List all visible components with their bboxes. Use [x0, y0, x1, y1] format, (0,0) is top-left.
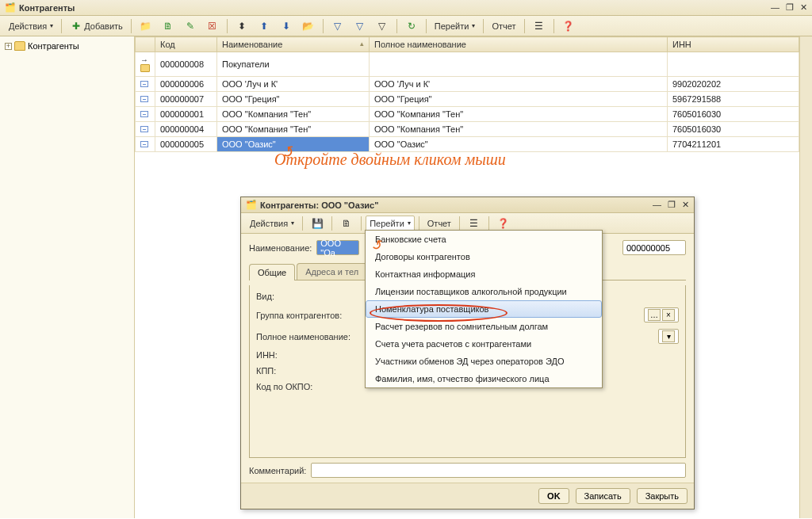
menu-item[interactable]: Договоры контрагентов — [366, 248, 602, 265]
dialog-title: Контрагенты: ООО "Оазис" — [260, 200, 653, 210]
close-button[interactable]: ✕ — [800, 2, 807, 13]
edit-button[interactable]: ✎ — [180, 18, 201, 34]
main-toolbar: Действия▾ ✚Добавить 📁 🗎 ✎ ☒ ⬍ ⬆ ⬇ 📂 ▽ ▽ … — [0, 16, 812, 36]
group-select-button[interactable]: … — [648, 309, 661, 321]
table-row[interactable]: 000000007ООО "Греция"ООО "Греция"5967291… — [136, 92, 799, 107]
menu-item[interactable]: Контактная информация — [366, 265, 602, 283]
menu-item[interactable]: Счета учета расчетов с контрагентами — [366, 335, 602, 353]
cell-inn: 9902020202 — [668, 77, 799, 92]
dialog-actions-button[interactable]: Действия▾ — [246, 216, 298, 231]
inn-label: ИНН: — [256, 350, 367, 360]
table-row[interactable]: 000000005ООО "Оазис"ООО "Оазис"770421120… — [136, 137, 799, 152]
table-row[interactable]: 000000001ООО "Компания "Тен"ООО "Компани… — [136, 107, 799, 122]
cell-name: ООО "Компания "Тен" — [217, 107, 370, 122]
cell-fullname — [370, 52, 668, 77]
cell-fullname: ООО 'Луч и К' — [370, 77, 668, 92]
cell-inn: 7704211201 — [668, 137, 799, 152]
menu-item[interactable]: Номенклатура поставщиков — [366, 300, 602, 318]
menu-item[interactable]: Фамилия, имя, отчество физического лица — [366, 370, 602, 387]
help-button[interactable]: ❓ — [558, 18, 579, 34]
cell-inn: 7605016030 — [668, 107, 799, 122]
report-button[interactable]: Отчет — [488, 18, 519, 34]
table-row[interactable]: → 000000008Покупатели — [136, 52, 799, 77]
name-field[interactable]: ООО "Оа — [316, 240, 359, 255]
cell-name: Покупатели — [217, 52, 370, 77]
minimize-button[interactable]: — — [771, 2, 779, 13]
table-row[interactable]: 000000006ООО 'Луч и К'ООО 'Луч и К'99020… — [136, 77, 799, 92]
tree-root-label: Контрагенты — [28, 41, 79, 51]
dialog-maximize-button[interactable]: ❐ — [668, 200, 676, 210]
dialog-titlebar: 🗂️ Контрагенты: ООО "Оазис" — ❐ ✕ — [241, 197, 694, 213]
kind-label: Вид: — [256, 292, 367, 301]
maximize-button[interactable]: ❐ — [786, 2, 794, 13]
goto-button[interactable]: Перейти▾ — [431, 18, 480, 34]
row-icon-cell — [136, 92, 155, 107]
row-icon-cell — [136, 77, 155, 92]
copy-button[interactable]: 🗎 — [158, 18, 178, 34]
dialog-close-button[interactable]: ✕ — [682, 200, 689, 210]
group-field[interactable]: …× — [644, 307, 679, 322]
col-fullname[interactable]: Полное наименование — [370, 37, 668, 52]
table-row[interactable]: 000000004ООО "Компания "Тен"ООО "Компани… — [136, 122, 799, 137]
menu-item[interactable]: Банковские счета — [366, 231, 602, 248]
cell-code: 000000007 — [155, 92, 217, 107]
filter2-button[interactable]: ▽ — [350, 18, 370, 34]
tab-general[interactable]: Общие — [249, 264, 295, 280]
dialog-goto-button[interactable]: Перейти▾ — [366, 216, 415, 231]
menu-item[interactable]: Участники обменов ЭД через операторов ЭД… — [366, 353, 602, 370]
tree-expand-icon[interactable]: + — [5, 43, 12, 50]
cell-inn: 5967291588 — [668, 92, 799, 107]
menu-item[interactable]: Лицензии поставщиков алкогольной продукц… — [366, 283, 602, 300]
data-grid[interactable]: Код Наименование▴ Полное наименование ИН… — [135, 36, 799, 152]
comment-field[interactable] — [311, 463, 686, 478]
level-up-button[interactable]: ⬆ — [254, 18, 274, 34]
ok-button[interactable]: OK — [538, 488, 569, 504]
fullname-label: Полное наименование: — [256, 332, 367, 342]
col-name[interactable]: Наименование▴ — [217, 37, 370, 52]
group-label: Группа контрагентов: — [256, 311, 367, 320]
save-button[interactable]: Записать — [576, 488, 630, 504]
menu-item[interactable]: Расчет резервов по сомнительным долгам — [366, 318, 602, 335]
tree-root-item[interactable]: + Контрагенты — [0, 40, 134, 52]
cell-fullname: ООО "Оазис" — [370, 137, 668, 152]
level-down-button[interactable]: ⬇ — [276, 18, 297, 34]
tree-panel: + Контрагенты — [0, 36, 135, 518]
filter1-button[interactable]: ▽ — [327, 18, 348, 34]
col-inn[interactable]: ИНН — [668, 37, 799, 52]
group-clear-button[interactable]: × — [662, 309, 675, 321]
vertical-scrollbar[interactable] — [799, 36, 812, 518]
fullname-field[interactable]: ▾ — [658, 329, 679, 344]
cell-code: 000000004 — [155, 122, 217, 137]
cell-fullname: ООО "Греция" — [370, 92, 668, 107]
dialog-save-icon-button[interactable]: 💾 — [307, 216, 327, 231]
actions-menu-button[interactable]: Действия▾ — [5, 18, 57, 34]
fullname-dropdown-button[interactable]: ▾ — [662, 330, 675, 342]
tab-addresses[interactable]: Адреса и тел — [297, 263, 367, 280]
delete-mark-button[interactable]: ☒ — [202, 18, 223, 34]
name-label: Наименование: — [249, 243, 312, 253]
add-folder-button[interactable]: 📁 — [136, 18, 156, 34]
cell-name: ООО 'Луч и К' — [217, 77, 370, 92]
dialog-icon: 🗂️ — [246, 200, 257, 211]
list-settings-button[interactable]: ☰ — [529, 18, 550, 34]
dialog-list-button[interactable]: ☰ — [464, 216, 485, 231]
goto-dropdown-menu: Банковские счетаДоговоры контрагентовКон… — [365, 230, 603, 388]
folder-icon — [14, 41, 25, 51]
col-code[interactable]: Код — [155, 37, 217, 52]
dialog-minimize-button[interactable]: — — [653, 200, 661, 210]
cell-inn: 7605016030 — [668, 122, 799, 137]
filter-off-button[interactable]: ▽ — [372, 18, 393, 34]
close-button-dialog[interactable]: Закрыть — [637, 488, 688, 504]
dialog-help-button[interactable]: ❓ — [493, 216, 514, 231]
dialog-report-button[interactable]: Отчет — [423, 216, 455, 231]
cell-code: 000000006 — [155, 77, 217, 92]
refresh-button[interactable]: ↻ — [401, 18, 422, 34]
move-button[interactable]: 📂 — [298, 18, 319, 34]
hierarchy-button[interactable]: ⬍ — [232, 18, 252, 34]
dialog-bottom-bar: OK Записать Закрыть — [241, 483, 694, 509]
main-window-titlebar: 🗂️ Контрагенты — ❐ ✕ — [0, 0, 812, 16]
code-field[interactable]: 000000005 — [622, 240, 686, 255]
dialog-refs-button[interactable]: 🗎 — [336, 216, 357, 231]
add-button[interactable]: ✚Добавить — [66, 18, 127, 34]
col-icon[interactable] — [136, 37, 155, 52]
